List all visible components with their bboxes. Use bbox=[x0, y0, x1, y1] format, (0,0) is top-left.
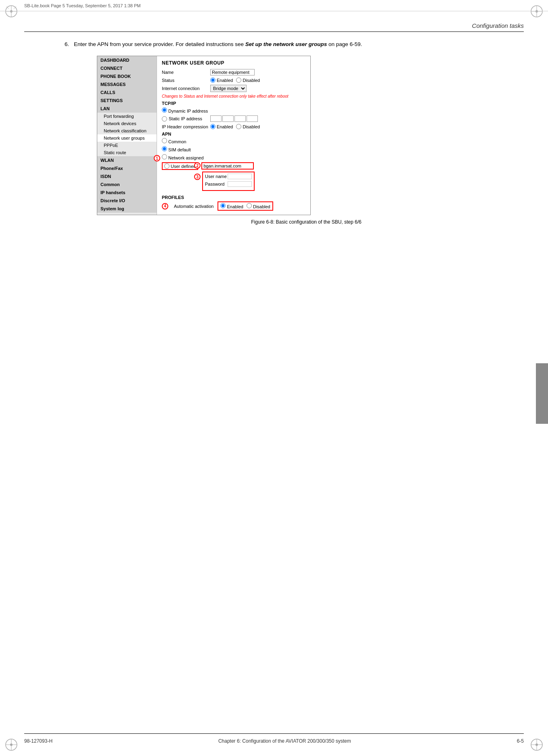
auto-activation-radio-box: Enabled Disabled bbox=[218, 201, 273, 211]
apn-simdefault-radio[interactable] bbox=[162, 146, 167, 151]
apn-simdefault-label[interactable]: SIM default bbox=[162, 146, 191, 152]
status-disabled-label[interactable]: Disabled bbox=[236, 77, 260, 83]
main-content: 6. Enter the APN from your service provi… bbox=[56, 40, 516, 225]
figure-caption: Figure 6-8: Basic configuration of the S… bbox=[97, 219, 516, 225]
ip-compression-row: IP Header compression Enabled Disabled bbox=[162, 124, 305, 129]
callout-2: 2 bbox=[194, 162, 201, 169]
status-row: Status Enabled Disabled bbox=[162, 77, 305, 83]
name-value bbox=[210, 69, 305, 75]
step-text-after: on page 6-59. bbox=[328, 41, 362, 47]
auto-enabled-radio[interactable] bbox=[220, 203, 226, 208]
apn-common-label[interactable]: Common bbox=[162, 138, 186, 144]
credentials-box: User name Password bbox=[202, 172, 255, 191]
compression-disabled-radio[interactable] bbox=[236, 124, 241, 129]
panel-title: NETWORK USER GROUP bbox=[162, 60, 305, 66]
password-row: Password bbox=[205, 181, 252, 187]
sidebar-item-messages[interactable]: MESSAGES bbox=[97, 80, 157, 88]
corner-decoration-bl bbox=[3, 737, 19, 753]
username-label: User name bbox=[205, 174, 228, 179]
apn-value-container: 2 bbox=[201, 162, 254, 170]
status-enabled-label[interactable]: Enabled bbox=[210, 77, 233, 83]
internet-connection-select[interactable]: Bridge mode Router mode bbox=[210, 85, 247, 92]
apn-common-radio[interactable] bbox=[162, 138, 167, 143]
sidebar-item-connect[interactable]: CONNECT bbox=[97, 64, 157, 72]
corner-decoration-br bbox=[529, 737, 545, 753]
step-italic-text: Set up the network user groups bbox=[245, 41, 327, 47]
apn-networkassigned-row: Network assigned bbox=[162, 154, 305, 160]
network-user-group-panel: NETWORK USER GROUP Name Status Enabled bbox=[157, 56, 310, 215]
apn-header: APN bbox=[162, 132, 305, 136]
dynamic-ip-row: Dynamic IP address bbox=[162, 107, 305, 113]
footer-center: Chapter 6: Configuration of the AVIATOR … bbox=[218, 738, 351, 744]
status-disabled-radio[interactable] bbox=[236, 77, 241, 83]
sidebar-item-staticroute[interactable]: Static route bbox=[97, 149, 157, 156]
auto-activation-label: Automatic activation bbox=[174, 204, 213, 209]
ip-compression-radio-group: Enabled Disabled bbox=[210, 124, 305, 129]
sidebar-item-isdn[interactable]: ISDN bbox=[97, 172, 157, 180]
warning-text: Changes to Status and Internet connectio… bbox=[162, 94, 305, 98]
dynamic-ip-radio[interactable] bbox=[162, 107, 167, 113]
callout-3: 3 bbox=[194, 174, 201, 180]
compression-enabled-label[interactable]: Enabled bbox=[210, 124, 233, 129]
status-radio-group: Enabled Disabled bbox=[210, 77, 305, 83]
apn-section: Common SIM default 1 Ne bbox=[162, 138, 305, 191]
internet-connection-row: Internet connection Bridge mode Router m… bbox=[162, 85, 305, 92]
sidebar-item-networkdevices[interactable]: Network devices bbox=[97, 120, 157, 127]
sidebar-item-networkusergroups[interactable]: Network user groups bbox=[97, 134, 157, 142]
bottom-divider bbox=[24, 733, 524, 734]
compression-enabled-radio[interactable] bbox=[210, 124, 215, 129]
tcpip-header: TCP/IP bbox=[162, 101, 305, 106]
sidebar-item-calls[interactable]: CALLS bbox=[97, 88, 157, 96]
sidebar-item-lan[interactable]: LAN bbox=[97, 105, 157, 113]
apn-networkassigned-label[interactable]: Network assigned bbox=[162, 154, 204, 160]
file-info-header: SB-Lite.book Page 5 Tuesday, September 5… bbox=[0, 0, 548, 11]
apn-userdefined-radio[interactable] bbox=[164, 163, 169, 169]
user-defined-container: User defined 2 bbox=[162, 162, 305, 170]
footer-right: 6-5 bbox=[517, 738, 524, 744]
sidebar-item-phonebook[interactable]: PHONE BOOK bbox=[97, 72, 157, 80]
user-defined-radio-box: User defined bbox=[162, 162, 198, 170]
sidebar-item-common[interactable]: Common bbox=[97, 180, 157, 188]
step-text: 6. Enter the APN from your service provi… bbox=[65, 40, 516, 48]
apn-networkassigned-radio[interactable] bbox=[162, 154, 167, 159]
auto-enabled-label[interactable]: Enabled bbox=[220, 203, 243, 209]
sidebar-item-portforwarding[interactable]: Port forwarding bbox=[97, 113, 157, 120]
svg-point-13 bbox=[10, 743, 13, 746]
ip-field-2[interactable] bbox=[222, 115, 234, 122]
dynamic-ip-label[interactable]: Dynamic IP address bbox=[162, 107, 208, 113]
ip-field-4[interactable] bbox=[247, 115, 258, 122]
apn-simdefault-row: SIM default bbox=[162, 146, 305, 152]
name-input[interactable] bbox=[210, 69, 255, 75]
callout-1: 1 bbox=[154, 155, 160, 161]
network-assigned-container: 1 Network assigned bbox=[162, 154, 305, 160]
step-number: 6. bbox=[65, 40, 69, 48]
username-row: User name bbox=[205, 174, 252, 179]
auto-disabled-radio[interactable] bbox=[247, 203, 252, 208]
header-divider bbox=[24, 31, 524, 32]
sidebar-item-networkclassification[interactable]: Network classification bbox=[97, 127, 157, 134]
sidebar-item-iphandsets[interactable]: IP handsets bbox=[97, 188, 157, 197]
sidebar-item-wlan[interactable]: WLAN bbox=[97, 156, 157, 164]
sidebar-item-discreteio[interactable]: Discrete I/O bbox=[97, 197, 157, 205]
apn-value-input[interactable] bbox=[201, 162, 254, 170]
sidebar-item-settings[interactable]: SETTINGS bbox=[97, 96, 157, 105]
ip-fields bbox=[210, 115, 258, 122]
status-enabled-radio[interactable] bbox=[210, 77, 215, 83]
password-input[interactable] bbox=[228, 181, 252, 187]
step-text-before: Enter the APN from your service provider… bbox=[74, 41, 244, 47]
apn-common-row: Common bbox=[162, 138, 305, 144]
sidebar-item-systemlog[interactable]: System log bbox=[97, 205, 157, 213]
sidebar-item-pppoe[interactable]: PPPoE bbox=[97, 142, 157, 149]
auto-disabled-label[interactable]: Disabled bbox=[247, 203, 270, 209]
sidebar-item-dashboard[interactable]: DASHBOARD bbox=[97, 56, 157, 64]
compression-disabled-label[interactable]: Disabled bbox=[236, 124, 260, 129]
username-input[interactable] bbox=[228, 174, 252, 179]
ip-field-1[interactable] bbox=[210, 115, 222, 122]
credentials-container: 3 User name Password bbox=[202, 172, 305, 191]
static-ip-label[interactable]: Static IP address bbox=[162, 116, 210, 121]
sidebar-item-phonefax[interactable]: Phone/Fax bbox=[97, 164, 157, 172]
section-title: Configuration tasks bbox=[472, 22, 524, 29]
ip-compression-label: IP Header compression bbox=[162, 124, 210, 129]
ip-field-3[interactable] bbox=[234, 115, 246, 122]
static-ip-radio[interactable] bbox=[162, 116, 167, 121]
